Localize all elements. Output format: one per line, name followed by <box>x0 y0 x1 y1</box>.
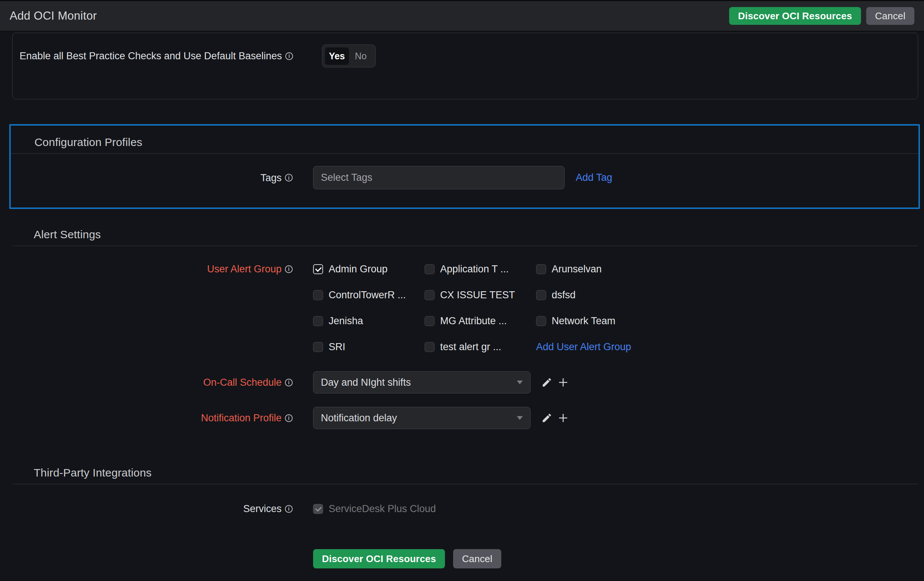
best-practice-toggle[interactable]: Yes No <box>322 45 376 68</box>
services-label: Services <box>243 502 282 515</box>
alert-group-option[interactable]: Arunselvan <box>536 263 648 275</box>
alert-group-option[interactable]: Application T ... <box>424 263 536 275</box>
on-call-schedule-label: On-Call Schedule <box>203 376 282 389</box>
info-icon[interactable]: i <box>285 505 293 513</box>
on-call-schedule-select[interactable]: Day and NIght shifts <box>313 371 531 393</box>
edit-on-call-schedule-button[interactable] <box>540 376 553 389</box>
toggle-yes[interactable]: Yes <box>325 48 349 65</box>
checkbox[interactable] <box>536 316 546 326</box>
checkbox[interactable] <box>536 264 546 274</box>
alert-group-option[interactable]: Jenisha <box>313 315 424 327</box>
alert-group-option[interactable]: SRI <box>313 340 424 353</box>
alert-settings-section: Alert Settings User Alert Group i Admin … <box>0 228 924 429</box>
alert-group-option[interactable]: ControlTowerR ... <box>313 289 424 301</box>
header-bar: Add OCI Monitor Discover OCI Resources C… <box>0 0 924 31</box>
info-icon[interactable]: i <box>285 414 293 422</box>
alert-group-option[interactable]: MG Attribute ... <box>424 315 536 327</box>
info-icon[interactable]: i <box>285 265 293 273</box>
servicedesk-plus-cloud-option: ServiceDesk Plus Cloud <box>313 502 924 515</box>
user-alert-group-label: User Alert Group <box>207 263 282 275</box>
info-icon[interactable]: i <box>285 52 293 60</box>
notification-profile-select[interactable]: Notification delay <box>313 407 531 429</box>
user-alert-group-label-cell: User Alert Group i <box>0 263 293 275</box>
notification-profile-label-cell: Notification Profile i <box>0 412 293 424</box>
chevron-down-icon <box>517 381 523 384</box>
checkbox[interactable] <box>313 290 323 300</box>
pencil-icon <box>541 377 553 388</box>
add-notification-profile-button[interactable] <box>556 411 570 425</box>
alert-group-option[interactable]: Admin Group <box>313 263 424 275</box>
checkbox-disabled <box>313 504 323 514</box>
alert-settings-header: Alert Settings <box>12 228 918 246</box>
tags-select-placeholder: Select Tags <box>321 172 372 183</box>
checkbox[interactable] <box>424 316 435 326</box>
alert-group-option[interactable]: CX ISSUE TEST <box>424 289 536 301</box>
header-actions: Discover OCI Resources Cancel <box>729 7 914 25</box>
checkbox[interactable] <box>424 290 435 300</box>
on-call-schedule-value: Day and NIght shifts <box>321 377 411 388</box>
toggle-no[interactable]: No <box>349 48 373 65</box>
user-alert-group-grid: Admin Group Application T ... Arunselvan… <box>313 263 924 353</box>
notification-profile-label: Notification Profile <box>201 412 282 424</box>
page-title: Add OCI Monitor <box>10 9 97 23</box>
chevron-down-icon <box>517 416 523 420</box>
notification-profile-value: Notification delay <box>321 413 397 424</box>
best-practice-label-cell: Enable all Best Practice Checks and Use … <box>13 50 293 62</box>
cancel-button[interactable]: Cancel <box>866 7 914 25</box>
services-label-cell: Services i <box>0 502 293 515</box>
info-icon[interactable]: i <box>285 379 293 386</box>
add-tag-link[interactable]: Add Tag <box>576 172 612 183</box>
configuration-profiles-title: Configuration Profiles <box>35 136 919 149</box>
alert-settings-title: Alert Settings <box>34 228 918 241</box>
info-icon[interactable]: i <box>285 174 293 182</box>
on-call-schedule-label-cell: On-Call Schedule i <box>0 376 293 389</box>
plus-icon <box>558 413 569 424</box>
pencil-icon <box>541 413 553 424</box>
checkbox[interactable] <box>313 316 323 326</box>
checkbox[interactable] <box>313 264 323 274</box>
add-user-alert-group-link[interactable]: Add User Alert Group <box>536 341 631 353</box>
footer-actions: Discover OCI Resources Cancel <box>0 549 924 568</box>
configuration-profiles-header: Configuration Profiles <box>11 136 919 154</box>
checkbox[interactable] <box>424 264 435 274</box>
alert-group-option[interactable]: test alert gr ... <box>424 340 536 353</box>
alert-group-option[interactable]: Network Team <box>536 315 648 327</box>
third-party-integrations-section: Third-Party Integrations Services i Serv… <box>0 467 924 515</box>
alert-group-option[interactable]: dsfsd <box>536 289 648 301</box>
third-party-title: Third-Party Integrations <box>34 467 918 479</box>
tags-label-cell: Tags i <box>11 172 293 184</box>
plus-icon <box>558 377 569 388</box>
tags-label: Tags <box>261 172 282 184</box>
checkbox[interactable] <box>536 290 546 300</box>
best-practice-panel: Enable all Best Practice Checks and Use … <box>12 33 918 99</box>
add-on-call-schedule-button[interactable] <box>556 376 570 389</box>
discover-oci-resources-button[interactable]: Discover OCI Resources <box>729 7 861 25</box>
cancel-button-footer[interactable]: Cancel <box>453 549 501 568</box>
tags-select[interactable]: Select Tags <box>313 166 564 189</box>
checkbox[interactable] <box>313 342 323 352</box>
checkbox[interactable] <box>424 342 435 352</box>
third-party-header: Third-Party Integrations <box>12 467 918 484</box>
configuration-profiles-section: Configuration Profiles Tags i Select Tag… <box>9 124 920 209</box>
edit-notification-profile-button[interactable] <box>540 411 553 425</box>
best-practice-label: Enable all Best Practice Checks and Use … <box>20 50 282 62</box>
discover-oci-resources-button-footer[interactable]: Discover OCI Resources <box>313 549 445 568</box>
